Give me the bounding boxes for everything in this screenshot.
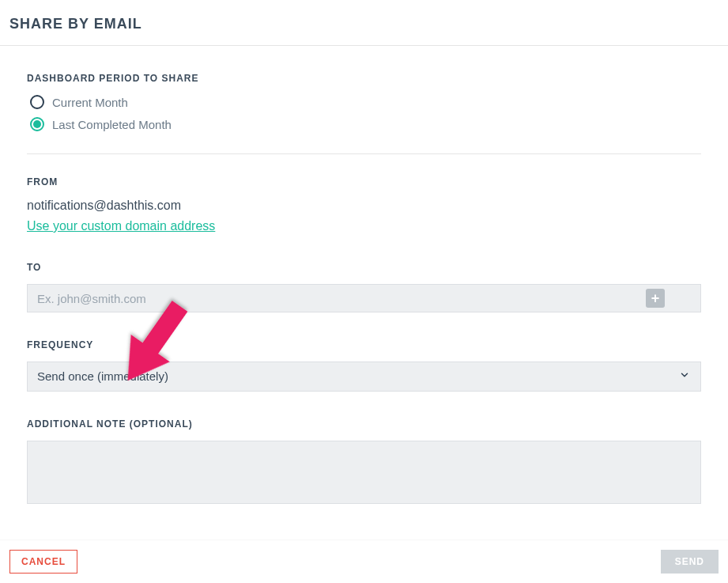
- radio-last-completed-month[interactable]: Last Completed Month: [27, 117, 701, 131]
- period-label: DASHBOARD PERIOD TO SHARE: [27, 73, 701, 84]
- add-recipient-button[interactable]: +: [646, 289, 665, 308]
- from-email-value: notifications@dashthis.com: [27, 199, 701, 213]
- dialog-content: DASHBOARD PERIOD TO SHARE Current Month …: [0, 46, 728, 507]
- to-email-input[interactable]: [27, 284, 701, 312]
- additional-note-textarea[interactable]: [27, 441, 701, 504]
- radio-label-current: Current Month: [52, 96, 128, 109]
- radio-label-last: Last Completed Month: [52, 118, 172, 131]
- radio-icon: [30, 117, 44, 131]
- dialog-title: SHARE BY EMAIL: [9, 16, 719, 32]
- from-label: FROM: [27, 176, 701, 187]
- note-label: ADDITIONAL NOTE (OPTIONAL): [27, 418, 701, 430]
- period-radio-group: Current Month Last Completed Month: [27, 95, 701, 131]
- frequency-label: FREQUENCY: [27, 339, 701, 350]
- frequency-select[interactable]: Send once (immediately): [27, 362, 701, 392]
- dialog-footer: CANCEL SEND: [0, 539, 728, 583]
- custom-domain-link[interactable]: Use your custom domain address: [27, 219, 215, 233]
- radio-current-month[interactable]: Current Month: [27, 95, 701, 109]
- radio-icon: [30, 95, 44, 109]
- section-divider: [27, 153, 701, 154]
- plus-icon: +: [651, 290, 660, 307]
- to-label: TO: [27, 262, 701, 273]
- dialog-header: SHARE BY EMAIL: [0, 0, 728, 46]
- cancel-button[interactable]: CANCEL: [9, 550, 77, 574]
- send-button[interactable]: SEND: [661, 550, 719, 574]
